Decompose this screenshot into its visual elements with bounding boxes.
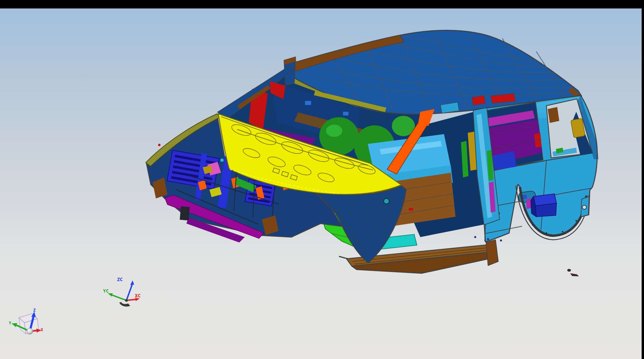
wcs-z-axis[interactable] (126, 284, 132, 300)
corner-hole (582, 205, 586, 209)
fragment-red-dot-1 (572, 273, 573, 275)
fragment-red-dot-2 (576, 274, 577, 275)
wcs-rotate-handle[interactable] (119, 302, 130, 307)
seat-highlight (326, 125, 342, 137)
detached-fragments[interactable] (567, 269, 579, 276)
absolute-triad[interactable]: Z Y X (9, 308, 43, 334)
wcs-z-arrowhead (130, 280, 134, 285)
rocker-end-brown[interactable] (486, 240, 498, 266)
floor-red-bit2 (409, 208, 413, 211)
wcs-origin[interactable] (125, 299, 128, 302)
wcs-x-axis[interactable] (126, 299, 136, 300)
wcs-y-axis[interactable] (112, 295, 126, 300)
fender-hole (384, 198, 389, 204)
abs-z-label: Z (33, 308, 36, 313)
front-cyan-dot (220, 159, 224, 162)
interior-blue-bit (305, 101, 311, 105)
cad-application-screen: ZC YC XC Z Y X (0, 0, 644, 359)
quarter-bracket-brown[interactable] (548, 107, 559, 123)
cad-3d-viewport[interactable]: ZC YC XC Z Y X (0, 0, 644, 359)
abs-x-label: X (41, 328, 43, 332)
wcs-y-label: YC (103, 288, 109, 294)
wcs-x-label: XC (135, 293, 141, 298)
screen-right-black-bar (642, 0, 644, 359)
wcs-triad[interactable]: ZC YC XC (103, 277, 141, 307)
wcs-z-label: ZC (117, 277, 123, 282)
board-rod (339, 256, 348, 259)
interior-blue-bit2 (343, 112, 348, 115)
fragment-sliver[interactable] (570, 273, 579, 276)
car-body-model[interactable] (146, 30, 599, 273)
fragment-blob[interactable] (567, 269, 571, 272)
abs-y-label: Y (9, 321, 12, 325)
abs-origin-sphere[interactable] (27, 328, 33, 334)
flange-red-dot (158, 144, 161, 146)
tow-bracket[interactable] (180, 206, 189, 220)
spare-well-blue-box[interactable] (531, 194, 557, 217)
